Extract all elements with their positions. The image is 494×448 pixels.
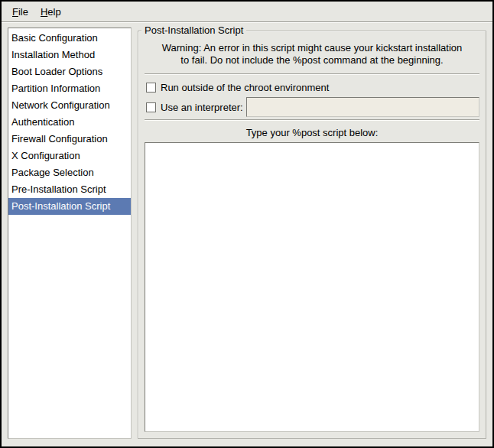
frame-body: Warning: An error in this script might c…	[138, 31, 486, 438]
interpreter-checkbox[interactable]	[146, 102, 156, 112]
kickstart-configurator-window: FileHelp Basic ConfigurationInstallation…	[0, 0, 494, 448]
sidebar-item-basic-configuration[interactable]: Basic Configuration	[8, 30, 131, 47]
interpreter-checkbox-label: Use an interpreter:	[161, 102, 243, 113]
menu-item-help[interactable]: Help	[34, 4, 67, 20]
sidebar-item-network-configuration[interactable]: Network Configuration	[8, 97, 131, 114]
warning-line-2: to fail. Do not include the %post comman…	[145, 54, 479, 67]
sidebar-item-post-installation-script[interactable]: Post-Installation Script	[8, 198, 131, 215]
chroot-row: Run outside of the chroot environment	[145, 77, 479, 97]
sidebar-item-pre-installation-script[interactable]: Pre-Installation Script	[8, 181, 131, 198]
interpreter-row: Use an interpreter:	[145, 97, 479, 117]
sidebar-item-firewall-configuration[interactable]: Firewall Configuration	[8, 131, 131, 148]
main-content: Basic ConfigurationInstallation MethodBo…	[2, 23, 492, 446]
post-script-textarea[interactable]	[145, 142, 479, 432]
separator-bottom	[145, 119, 479, 121]
sidebar-item-installation-method[interactable]: Installation Method	[8, 47, 131, 63]
menu-item-file[interactable]: File	[6, 4, 34, 20]
menu-bar: FileHelp	[2, 2, 492, 21]
sidebar-item-boot-loader-options[interactable]: Boot Loader Options	[8, 63, 131, 80]
sidebar-item-authentication[interactable]: Authentication	[8, 114, 131, 131]
interpreter-input[interactable]	[246, 97, 479, 117]
frame-title: Post-Installation Script	[141, 24, 246, 36]
post-installation-frame: Post-Installation Script Warning: An err…	[138, 31, 486, 439]
sidebar-item-partition-information[interactable]: Partition Information	[8, 80, 131, 97]
chroot-checkbox[interactable]	[146, 83, 156, 93]
sidebar-item-x-configuration[interactable]: X Configuration	[8, 148, 131, 164]
chroot-checkbox-label: Run outside of the chroot environment	[161, 82, 329, 93]
sidebar-item-package-selection[interactable]: Package Selection	[8, 164, 131, 181]
script-label: Type your %post script below:	[145, 127, 479, 138]
warning-text: Warning: An error in this script might c…	[145, 42, 479, 67]
separator-top	[145, 73, 479, 75]
sidebar-list: Basic ConfigurationInstallation MethodBo…	[8, 28, 132, 439]
warning-line-1: Warning: An error in this script might c…	[145, 42, 479, 54]
